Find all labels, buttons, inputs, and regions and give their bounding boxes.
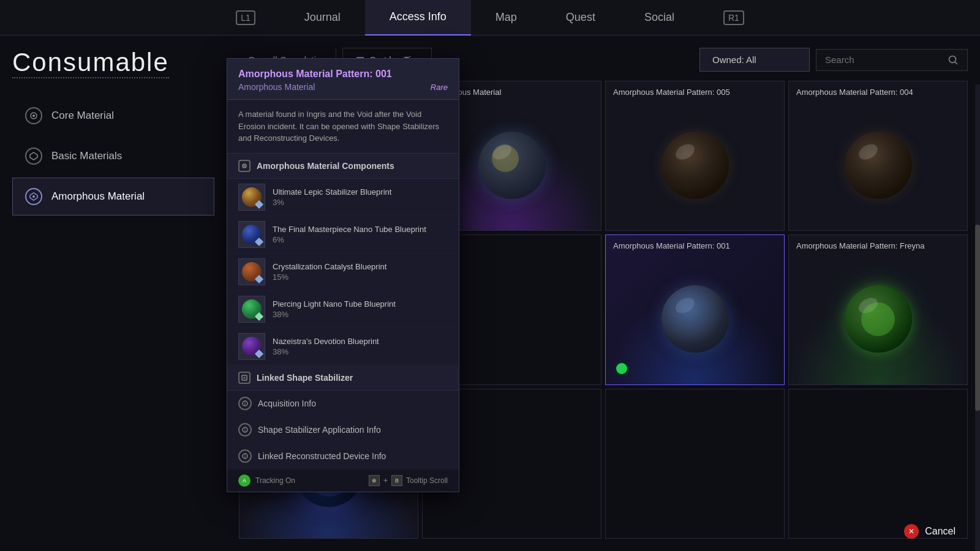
nav-social[interactable]: Social <box>620 0 699 36</box>
owned-indicator <box>615 362 628 375</box>
nav-r1[interactable]: R1 <box>699 0 769 36</box>
grid-cell-8[interactable]: Amorphous Material Pattern: Freyna <box>788 234 968 384</box>
cancel-label: Cancel <box>925 526 956 537</box>
cell-title-3: Amorphous Material Pattern: 005 <box>606 81 784 100</box>
amorphous-material-icon <box>25 188 42 205</box>
component-thumb-2 <box>238 221 265 248</box>
tooltip-rarity: Rare <box>431 83 448 92</box>
track-label-group: A Tracking On <box>238 474 295 487</box>
nav-l1[interactable]: L1 <box>211 0 280 36</box>
component-pct-5: 38% <box>273 347 448 356</box>
tooltip-scroll-label: Tooltip Scroll <box>406 476 448 485</box>
nav-access-info[interactable]: Access Info <box>365 0 471 36</box>
search-field[interactable] <box>816 49 968 71</box>
nav-journal[interactable]: Journal <box>280 0 365 36</box>
scroll-btn-left[interactable]: ⊕ <box>369 475 380 486</box>
component-thumb-1 <box>238 184 265 211</box>
cancel-button[interactable]: ✕ Cancel <box>904 524 956 539</box>
cell-title-4: Amorphous Material Pattern: 004 <box>789 81 967 100</box>
component-name-5: Nazeistra's Devotion Blueprint <box>273 337 448 346</box>
cell-title-8: Amorphous Material Pattern: Freyna <box>789 235 967 254</box>
svg-point-4 <box>32 195 35 198</box>
component-thumb-4 <box>238 296 265 323</box>
component-item-3[interactable]: Crystallization Catalyst Blueprint 15% <box>227 253 459 291</box>
sidebar-item-core[interactable]: Core Material <box>12 97 214 135</box>
basic-material-icon <box>25 148 42 165</box>
component-name-4: Piercing Light Nano Tube Blueprint <box>273 299 448 309</box>
component-pct-3: 15% <box>273 272 448 282</box>
grid-cell-12[interactable] <box>788 389 968 539</box>
tooltip-header: Amorphous Material Pattern: 001 Amorphou… <box>227 59 459 100</box>
component-thumb-3 <box>238 258 265 285</box>
cell-title-7: Amorphous Material Pattern: 001 <box>606 235 784 254</box>
nav-quest[interactable]: Quest <box>541 0 620 36</box>
core-material-icon <box>25 107 42 124</box>
grid-cell-3[interactable]: Amorphous Material Pattern: 005 <box>605 81 785 231</box>
scrollbar[interactable] <box>975 84 980 551</box>
svg-point-1 <box>32 114 35 117</box>
cell-image-4 <box>789 100 967 230</box>
reconstructed-device-row[interactable]: Linked Reconstructed Device Info <box>227 443 459 470</box>
material-orb-7 <box>662 285 729 353</box>
shape-stabilizer-icon <box>238 423 252 437</box>
component-pct-1: 3% <box>273 198 448 207</box>
components-icon <box>238 160 251 172</box>
cell-image-8 <box>789 254 967 384</box>
svg-point-18 <box>244 454 246 455</box>
sidebar: Consumable Core Material Basic Materials… <box>0 36 227 551</box>
svg-point-12 <box>244 402 246 403</box>
sidebar-item-amorphous[interactable]: Amorphous Material <box>12 178 214 216</box>
sidebar-item-core-label: Core Material <box>51 110 114 122</box>
svg-marker-2 <box>30 152 37 160</box>
grid-cell-4[interactable]: Amorphous Material Pattern: 004 <box>788 81 968 231</box>
component-name-3: Crystallization Catalyst Blueprint <box>273 262 448 271</box>
component-item-5[interactable]: Nazeistra's Devotion Blueprint 38% <box>227 328 459 365</box>
search-input[interactable] <box>825 54 948 65</box>
tooltip-subtitle: Amorphous Material <box>238 82 315 92</box>
page-title: Consumable <box>12 48 214 78</box>
reconstructed-device-icon <box>238 449 252 463</box>
sidebar-item-amorphous-label: Amorphous Material <box>51 190 145 203</box>
grid-cell-7[interactable]: Amorphous Material Pattern: 001 <box>605 234 785 384</box>
material-orb-3 <box>662 132 729 199</box>
component-name-2: The Final Masterpiece Nano Tube Blueprin… <box>273 225 448 234</box>
top-nav: L1 Journal Access Info Map Quest Social … <box>0 0 980 36</box>
material-orb-8 <box>845 285 912 353</box>
shape-stabilizer-row[interactable]: Shape Stabilizer Application Info <box>227 417 459 443</box>
tooltip-footer: A Tracking On ⊕ + B Tooltip Scroll <box>227 470 459 492</box>
svg-point-5 <box>949 56 956 62</box>
component-item-1[interactable]: Ultimate Lepic Stabilizer Blueprint 3% <box>227 179 459 216</box>
track-label: Tracking On <box>255 476 295 485</box>
tooltip-popup: Amorphous Material Pattern: 001 Amorphou… <box>227 58 459 492</box>
tooltip-subtitle-row: Amorphous Material Rare <box>238 82 448 92</box>
nav-items: L1 Journal Access Info Map Quest Social … <box>211 0 769 36</box>
sidebar-item-basic-label: Basic Materials <box>51 150 122 162</box>
svg-point-15 <box>244 428 246 429</box>
scroll-btn-right[interactable]: B <box>391 475 402 486</box>
component-item-2[interactable]: The Final Masterpiece Nano Tube Blueprin… <box>227 216 459 253</box>
cell-image-3 <box>606 100 784 230</box>
linked-icon <box>238 372 251 384</box>
page-content: Consumable Core Material Basic Materials… <box>0 36 980 551</box>
material-orb-4 <box>845 132 912 199</box>
components-section-title: Amorphous Material Components <box>227 154 459 179</box>
grid-cell-11[interactable] <box>605 389 785 539</box>
linked-section: Linked Shape Stabilizer <box>227 365 459 391</box>
component-name-1: Ultimate Lepic Stabilizer Blueprint <box>273 187 448 197</box>
component-item-4[interactable]: Piercing Light Nano Tube Blueprint 38% <box>227 291 459 328</box>
owned-select[interactable]: Owned: All <box>699 48 810 72</box>
scrollbar-thumb <box>975 225 980 411</box>
nav-map[interactable]: Map <box>471 0 541 36</box>
svg-line-6 <box>955 62 957 64</box>
component-pct-2: 6% <box>273 235 448 244</box>
track-button-icon[interactable]: A <box>238 474 251 487</box>
cancel-icon: ✕ <box>904 524 919 539</box>
acquisition-info-row[interactable]: Acquisition Info <box>227 391 459 417</box>
cell-image-7 <box>606 254 784 384</box>
tooltip-description: A material found in Ingris and the Void … <box>227 100 459 154</box>
sidebar-item-basic[interactable]: Basic Materials <box>12 137 214 175</box>
component-thumb-5 <box>238 333 265 360</box>
material-orb-2 <box>478 132 546 199</box>
tooltip-scroll-group: ⊕ + B Tooltip Scroll <box>369 475 448 486</box>
component-pct-4: 38% <box>273 310 448 319</box>
